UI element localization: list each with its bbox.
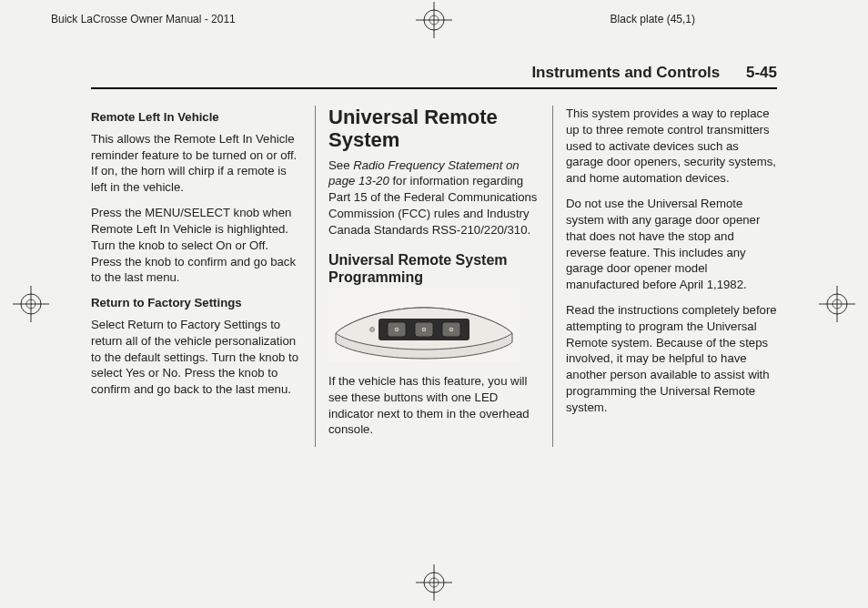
- svg-point-17: [370, 328, 375, 332]
- col2-para-after-image: If the vehicle has this feature, you wil…: [328, 373, 540, 438]
- svg-rect-19: [415, 322, 433, 337]
- text-columns: Remote Left In Vehicle This allows the R…: [91, 106, 777, 447]
- col2-see-pre: See: [328, 158, 353, 172]
- print-meta-right: Black plate (45,1): [611, 13, 695, 25]
- column-2: Universal Remote System See Radio Freque…: [315, 106, 553, 447]
- universal-remote-illustration: [328, 295, 520, 362]
- reg-mark-left-icon: [13, 286, 49, 322]
- svg-rect-18: [388, 322, 406, 337]
- header-rule: [91, 87, 777, 89]
- print-meta-left: Buick LaCrosse Owner Manual - 2011: [51, 13, 236, 25]
- reg-mark-bottom-icon: [416, 564, 452, 601]
- column-1: Remote Left In Vehicle This allows the R…: [91, 106, 315, 447]
- print-meta-bar: Buick LaCrosse Owner Manual - 2011 Black…: [0, 9, 868, 36]
- col1-heading-return-factory: Return to Factory Settings: [91, 295, 302, 311]
- running-header: Instruments and Controls 5-45: [531, 64, 777, 82]
- col2-title-universal-remote: Universal Remote System: [328, 106, 540, 152]
- col3-para-3: Read the instructions completely before …: [566, 302, 777, 416]
- col1-heading-remote-left: Remote Left In Vehicle: [91, 109, 302, 126]
- page-number: 5-45: [746, 64, 777, 81]
- col1-para-2: Press the MENU/SELECT knob when Remote L…: [91, 205, 302, 286]
- col2-see-ref: See Radio Frequency Statement on page 13…: [328, 157, 540, 238]
- col2-subheading-programming: Universal Remote System Programming: [328, 251, 540, 286]
- page-frame: Instruments and Controls 5-45 Remote Lef…: [91, 64, 777, 544]
- svg-rect-20: [442, 322, 460, 337]
- col1-para-1: This allows the Remote Left In Vehicle r…: [91, 131, 302, 196]
- col1-para-3: Select Return to Factory Settings to ret…: [91, 317, 302, 398]
- column-3: This system provides a way to replace up…: [553, 106, 777, 447]
- section-title: Instruments and Controls: [531, 64, 720, 81]
- col3-para-1: This system provides a way to replace up…: [566, 106, 777, 187]
- col3-para-2: Do not use the Universal Remote system w…: [566, 196, 777, 293]
- reg-mark-right-icon: [819, 286, 855, 322]
